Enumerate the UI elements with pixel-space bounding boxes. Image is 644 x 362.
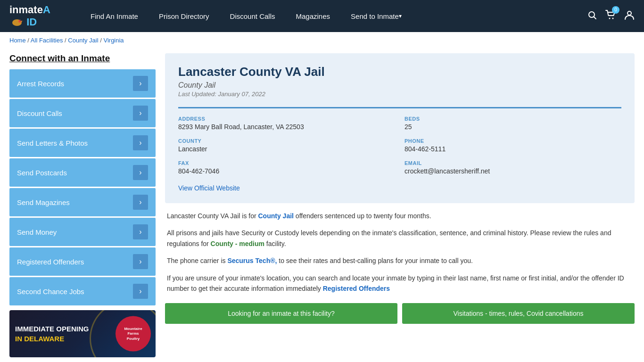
- arrow-icon: ›: [133, 165, 148, 180]
- ad-banner[interactable]: IMMEDIATE OPENING IN DELAWARE MountaireF…: [9, 310, 156, 357]
- sidebar-item-send-letters[interactable]: Send Letters & Photos ›: [9, 129, 156, 157]
- search-button[interactable]: [587, 10, 597, 22]
- desc-link-county-medium[interactable]: County - medium: [211, 240, 264, 247]
- facility-type: County Jail: [178, 81, 621, 90]
- nav-send-to-inmate[interactable]: Send to Inmate: [340, 0, 412, 32]
- sidebar-item-second-chance-jobs[interactable]: Second Chance Jobs ›: [9, 277, 156, 305]
- nav-icons: 0: [587, 10, 635, 23]
- email-label: EMAIL: [405, 160, 621, 166]
- detail-address: ADDRESS 8293 Mary Ball Road, Lancaster, …: [178, 116, 395, 131]
- breadcrumb-home[interactable]: Home: [9, 37, 26, 44]
- svg-point-8: [627, 11, 631, 15]
- county-label: COUNTY: [178, 138, 395, 144]
- main-content: Lancaster County VA Jail County Jail Las…: [165, 53, 635, 357]
- bottom-buttons: Looking for an inmate at this facility? …: [165, 303, 635, 324]
- page-container: Connect with an Inmate Arrest Records › …: [0, 49, 644, 362]
- nav-prison-directory[interactable]: Prison Directory: [149, 0, 220, 32]
- breadcrumb: Home / All Facilities / County Jail / Vi…: [0, 32, 644, 49]
- email-value: crockett@lancastersheriff.net: [405, 167, 621, 175]
- detail-beds: BEDS 25: [405, 116, 621, 131]
- desc-link-securus[interactable]: Securus Tech®,: [227, 257, 277, 264]
- sidebar-item-label: Send Postcards: [17, 169, 67, 177]
- nav-magazines[interactable]: Magazines: [285, 0, 340, 32]
- desc-link-county-jail[interactable]: County Jail: [258, 212, 294, 220]
- arrow-icon: ›: [133, 135, 148, 150]
- desc-p3: The phone carrier is Securus Tech®, to s…: [167, 255, 633, 266]
- breadcrumb-county-jail[interactable]: County Jail: [68, 37, 98, 44]
- svg-point-3: [20, 20, 21, 21]
- navbar: inmateA ID Find An Inmate Prison Directo…: [0, 0, 644, 32]
- cart-button[interactable]: 0: [605, 10, 616, 23]
- user-button[interactable]: [624, 10, 635, 23]
- facility-name: Lancaster County VA Jail: [178, 65, 621, 79]
- fax-label: FAX: [178, 160, 395, 166]
- breadcrumb-all-facilities[interactable]: All Facilities: [31, 37, 63, 44]
- phone-value: 804-462-5111: [405, 145, 621, 153]
- description: Lancaster County VA Jail is for County J…: [165, 211, 635, 294]
- sidebar-item-send-money[interactable]: Send Money ›: [9, 218, 156, 246]
- detail-email: EMAIL crockett@lancastersheriff.net: [405, 160, 621, 175]
- breadcrumb-virginia[interactable]: Virginia: [103, 37, 124, 44]
- sidebar-item-label: Send Letters & Photos: [17, 139, 88, 147]
- sidebar-item-label: Send Money: [17, 228, 57, 236]
- ad-line2: IN DELAWARE: [15, 334, 89, 344]
- county-value: Lancaster: [178, 145, 395, 153]
- facility-details: ADDRESS 8293 Mary Ball Road, Lancaster, …: [178, 107, 621, 175]
- address-value: 8293 Mary Ball Road, Lancaster, VA 22503: [178, 123, 395, 131]
- arrow-icon: ›: [133, 224, 148, 239]
- ad-line1: IMMEDIATE OPENING: [15, 324, 89, 334]
- detail-fax: FAX 804-462-7046: [178, 160, 395, 175]
- arrow-icon: ›: [133, 106, 148, 121]
- logo-text: inmateA ID: [9, 4, 66, 28]
- user-icon: [624, 10, 635, 20]
- arrow-icon: ›: [133, 284, 148, 299]
- desc-link-registered-offenders[interactable]: Registered Offenders: [323, 285, 390, 292]
- nav-links: Find An Inmate Prison Directory Discount…: [80, 0, 587, 32]
- address-label: ADDRESS: [178, 116, 395, 122]
- sidebar-item-discount-calls[interactable]: Discount Calls ›: [9, 99, 156, 127]
- sidebar: Connect with an Inmate Arrest Records › …: [9, 53, 156, 357]
- sidebar-item-label: Registered Offenders: [17, 258, 84, 266]
- ad-text: IMMEDIATE OPENING IN DELAWARE: [15, 324, 89, 344]
- fax-value: 804-462-7046: [178, 167, 395, 175]
- detail-phone: PHONE 804-462-5111: [405, 138, 621, 153]
- beds-label: BEDS: [405, 116, 621, 122]
- sidebar-item-label: Send Magazines: [17, 198, 70, 206]
- desc-p1: Lancaster County VA Jail is for County J…: [167, 211, 633, 221]
- nav-find-inmate[interactable]: Find An Inmate: [80, 0, 149, 32]
- sidebar-item-send-postcards[interactable]: Send Postcards ›: [9, 158, 156, 187]
- facility-card: Lancaster County VA Jail County Jail Las…: [165, 53, 635, 203]
- sidebar-title: Connect with an Inmate: [9, 53, 156, 64]
- beds-value: 25: [405, 123, 621, 131]
- arrow-icon: ›: [133, 254, 148, 269]
- sidebar-item-registered-offenders[interactable]: Registered Offenders ›: [9, 247, 156, 276]
- detail-county: COUNTY Lancaster: [178, 138, 395, 153]
- logo[interactable]: inmateA ID: [9, 4, 66, 28]
- arrow-icon: ›: [133, 195, 148, 210]
- sidebar-menu: Arrest Records › Discount Calls › Send L…: [9, 69, 156, 305]
- phone-label: PHONE: [405, 138, 621, 144]
- search-icon: [587, 10, 597, 20]
- find-inmate-button[interactable]: Looking for an inmate at this facility?: [165, 303, 397, 324]
- view-website-link[interactable]: View Official Website: [178, 184, 240, 192]
- desc-p2: All prisons and jails have Security or C…: [167, 228, 633, 249]
- sidebar-item-label: Second Chance Jobs: [17, 288, 84, 296]
- sidebar-item-arrest-records[interactable]: Arrest Records ›: [9, 69, 156, 98]
- cart-badge: 0: [612, 6, 619, 14]
- nav-discount-calls[interactable]: Discount Calls: [220, 0, 286, 32]
- sidebar-item-label: Arrest Records: [17, 80, 64, 88]
- desc-p4: If you are unsure of your inmate's locat…: [167, 273, 633, 294]
- visitations-button[interactable]: Visitations - times, rules, Covid cancel…: [402, 303, 635, 324]
- ad-logo: MountaireFarmsPoultry: [116, 316, 151, 352]
- arrow-icon: ›: [133, 76, 148, 91]
- svg-point-6: [609, 17, 611, 19]
- facility-updated: Last Updated: January 07, 2022: [178, 90, 621, 98]
- sidebar-item-label: Discount Calls: [17, 109, 62, 117]
- sidebar-item-send-magazines[interactable]: Send Magazines ›: [9, 188, 156, 216]
- svg-line-5: [594, 16, 596, 19]
- svg-point-7: [612, 17, 614, 19]
